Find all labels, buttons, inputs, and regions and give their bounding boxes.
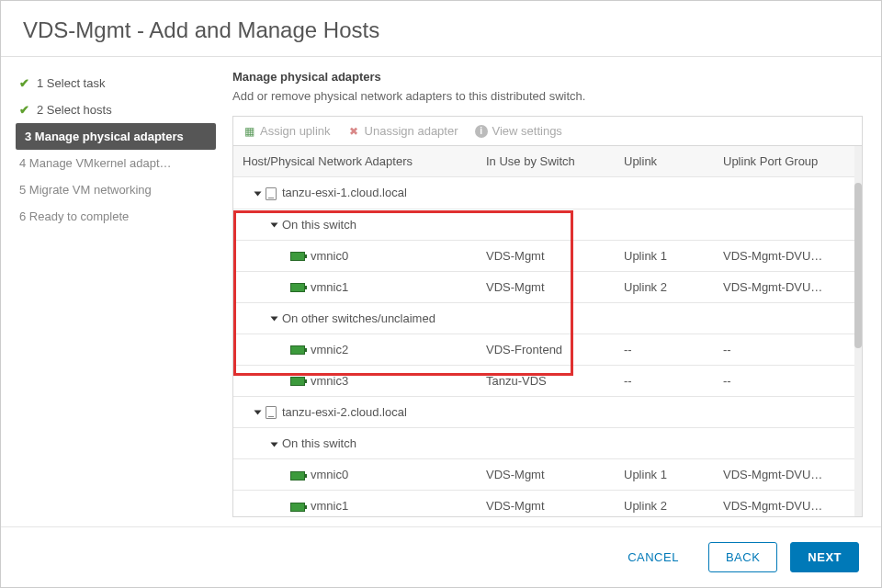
back-button[interactable]: BACK (708, 542, 777, 572)
group-row[interactable]: On other switches/unclaimed (233, 303, 854, 334)
chevron-down-icon[interactable] (271, 442, 278, 447)
host-icon (266, 406, 277, 419)
wizard-steps: ✔ 1 Select task ✔ 2 Select hosts 3 Manag… (1, 57, 223, 526)
chevron-down-icon[interactable] (254, 191, 262, 196)
scrollbar[interactable] (854, 146, 862, 516)
main-panel: Manage physical adapters Add or remove p… (223, 57, 881, 526)
host-row[interactable]: tanzu-esxi-1.cloud.local (233, 177, 854, 209)
nic-icon (290, 283, 305, 292)
group-row[interactable]: On this switch (233, 428, 854, 459)
chevron-down-icon[interactable] (254, 411, 262, 415)
info-icon: i (475, 125, 488, 138)
step-manage-vmkernel[interactable]: 4 Manage VMkernel adapt… (1, 150, 223, 176)
nic-row[interactable]: vmnic0 VDS-MgmtUplink 1VDS-Mgmt-DVU… (233, 459, 854, 491)
nic-row[interactable]: vmnic1 VDS-MgmtUplink 2VDS-Mgmt-DVU… (233, 272, 854, 303)
dialog-content: ✔ 1 Select task ✔ 2 Select hosts 3 Manag… (1, 57, 881, 526)
adapters-table: Host/Physical Network Adapters In Use by… (232, 145, 863, 517)
dialog-footer: CANCEL BACK NEXT (1, 526, 881, 587)
col-uplink-port-group[interactable]: Uplink Port Group (714, 146, 854, 176)
unassign-adapter-button[interactable]: ✖ Unassign adapter (347, 124, 458, 138)
section-heading: Manage physical adapters (232, 70, 863, 84)
nic-row[interactable]: vmnic1 VDS-MgmtUplink 2VDS-Mgmt-DVU… (233, 491, 854, 516)
step-migrate-vm-networking[interactable]: 5 Migrate VM networking (1, 176, 223, 203)
view-settings-button[interactable]: i View settings (475, 124, 562, 138)
nic-row[interactable]: vmnic0 VDS-MgmtUplink 1VDS-Mgmt-DVU… (233, 241, 854, 272)
chevron-down-icon[interactable] (271, 223, 278, 228)
host-row[interactable]: tanzu-esxi-2.cloud.local (233, 397, 854, 429)
nic-icon (290, 345, 305, 355)
step-ready-to-complete[interactable]: 6 Ready to complete (1, 203, 223, 230)
next-button[interactable]: NEXT (790, 542, 859, 572)
table-scroll[interactable]: Host/Physical Network Adapters In Use by… (233, 146, 854, 516)
toolbar: ▦ Assign uplink ✖ Unassign adapter i Vie… (232, 116, 863, 145)
step-select-task[interactable]: ✔ 1 Select task (1, 70, 223, 96)
chevron-down-icon[interactable] (271, 317, 278, 322)
check-icon: ✔ (19, 103, 29, 117)
nic-icon (290, 252, 305, 261)
nic-row[interactable]: vmnic2 VDS-Frontend---- (233, 334, 854, 366)
group-row[interactable]: On this switch (233, 209, 854, 241)
nic-row[interactable]: vmnic3 Tanzu-VDS---- (233, 366, 854, 397)
unassign-icon: ✖ (347, 125, 360, 138)
nic-icon (290, 377, 305, 386)
col-uplink[interactable]: Uplink (615, 146, 714, 176)
table-header: Host/Physical Network Adapters In Use by… (233, 146, 854, 177)
section-description: Add or remove physical network adapters … (232, 89, 863, 103)
dialog-title: VDS-Mgmt - Add and Manage Hosts (1, 1, 881, 57)
assign-uplink-button[interactable]: ▦ Assign uplink (243, 124, 331, 138)
scrollbar-thumb[interactable] (854, 183, 862, 348)
cancel-button[interactable]: CANCEL (611, 542, 695, 572)
nic-icon (290, 471, 305, 481)
col-in-use[interactable]: In Use by Switch (477, 146, 615, 176)
assign-uplink-icon: ▦ (243, 125, 255, 138)
check-icon: ✔ (19, 76, 29, 90)
col-host-adapters[interactable]: Host/Physical Network Adapters (233, 146, 477, 176)
step-select-hosts[interactable]: ✔ 2 Select hosts (1, 96, 223, 123)
nic-icon (290, 503, 305, 512)
step-manage-physical-adapters[interactable]: 3 Manage physical adapters (16, 123, 216, 150)
wizard-dialog: VDS-Mgmt - Add and Manage Hosts ✔ 1 Sele… (0, 0, 882, 588)
host-icon (266, 187, 277, 200)
